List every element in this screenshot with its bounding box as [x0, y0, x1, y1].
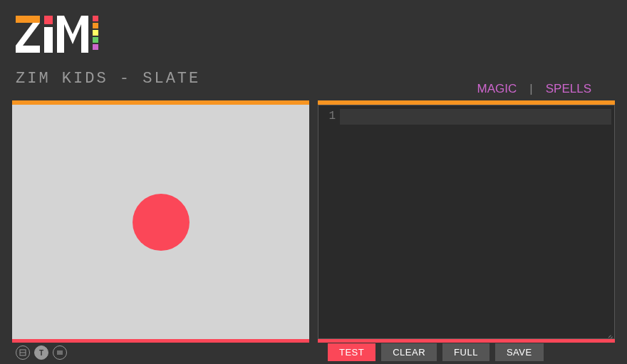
canvas-bottombar	[12, 339, 309, 343]
code-gutter: 1	[318, 105, 340, 338]
canvas-panel	[12, 100, 309, 343]
canvas-icon-row: T	[16, 345, 67, 360]
layout-icon-svg	[19, 349, 26, 356]
save-button[interactable]: SAVE	[495, 343, 544, 361]
svg-rect-2	[16, 46, 40, 53]
svg-rect-4	[44, 27, 53, 53]
code-editor[interactable]: 1 new Circle(100,red).center().drag();	[318, 105, 615, 339]
code-panel: 1 new Circle(100,red).center().drag();	[318, 100, 615, 343]
zim-logo-svg	[16, 10, 101, 53]
svg-rect-5	[57, 16, 64, 53]
panels: 1 new Circle(100,red).center().drag();	[12, 100, 615, 343]
svg-marker-6	[64, 16, 81, 44]
nav-right: MAGIC | SPELLS	[477, 82, 591, 96]
code-bottombar	[318, 339, 615, 343]
full-button[interactable]: FULL	[442, 343, 489, 361]
code-active-line	[340, 109, 611, 125]
action-button-row: TEST CLEAR FULL SAVE	[328, 343, 544, 361]
canvas-circle[interactable]	[133, 194, 190, 251]
resize-handle-icon[interactable]	[606, 330, 613, 337]
nav-magic-link[interactable]: MAGIC	[477, 82, 517, 96]
svg-rect-0	[16, 16, 40, 23]
svg-rect-8	[93, 16, 98, 21]
test-button[interactable]: TEST	[328, 343, 375, 361]
svg-rect-11	[93, 37, 98, 43]
svg-rect-9	[93, 23, 98, 28]
code-text[interactable]: new Circle(100,red).center().drag();	[340, 105, 614, 338]
svg-rect-10	[93, 30, 98, 36]
svg-marker-1	[16, 23, 40, 46]
menu-icon-svg	[56, 349, 63, 356]
layout-icon[interactable]	[16, 345, 30, 360]
page-title: ZIM KIDS - SLATE	[16, 70, 200, 88]
svg-rect-3	[44, 16, 53, 24]
zim-logo[interactable]	[16, 10, 101, 53]
text-icon[interactable]: T	[34, 345, 48, 360]
svg-rect-7	[81, 16, 88, 53]
clear-button[interactable]: CLEAR	[381, 343, 437, 361]
line-number: 1	[318, 110, 336, 123]
nav-separator: |	[529, 82, 532, 96]
menu-icon[interactable]	[53, 345, 67, 360]
nav-spells-link[interactable]: SPELLS	[546, 82, 591, 96]
canvas-area[interactable]	[12, 105, 309, 339]
svg-rect-12	[93, 44, 98, 50]
